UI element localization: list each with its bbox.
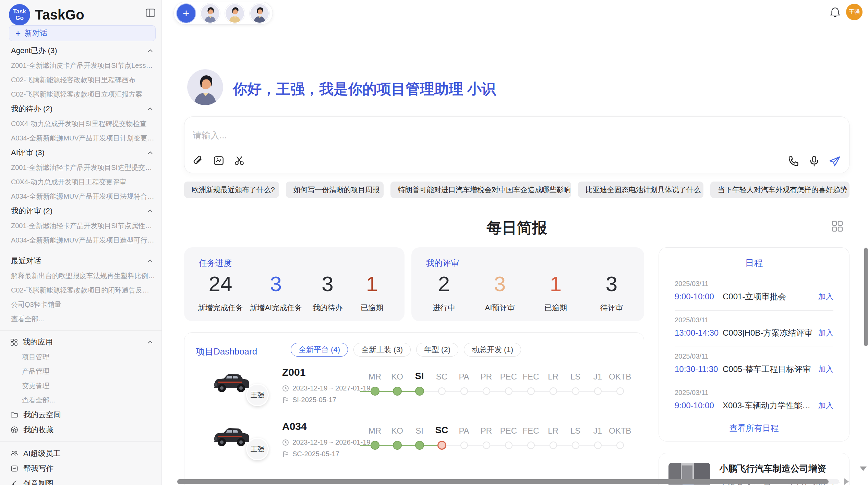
sidebar-section-header-my_todo[interactable]: 我的待办 (2) bbox=[0, 101, 162, 116]
milestone-dot-PA[interactable] bbox=[460, 442, 468, 449]
view-all-schedule-link[interactable]: 查看所有日程 bbox=[659, 423, 849, 434]
task-progress-title: 任务进度 bbox=[199, 258, 232, 269]
phone-icon[interactable] bbox=[787, 154, 800, 168]
scissors-icon[interactable] bbox=[232, 154, 246, 167]
schedule-date: 2025/03/11 bbox=[675, 389, 833, 397]
milestone-dot-OKTB[interactable] bbox=[616, 442, 624, 449]
sidebar-item[interactable]: 公司Q3轻卡销量 bbox=[0, 297, 162, 312]
milestone-dot-FEC[interactable] bbox=[527, 442, 535, 449]
sidebar-item[interactable]: 查看全部... bbox=[0, 312, 162, 326]
sidebar-item[interactable]: Z001-全新燃油皮卡产品开发项目SI节点Lesson Learn报告 bbox=[0, 58, 162, 73]
sidebar-app-item[interactable]: 变更管理 bbox=[0, 378, 162, 393]
sidebar-item[interactable]: Z001-全新燃油轻卡产品开发项目SI造型提交物评审 bbox=[0, 160, 162, 175]
notification-bell-icon[interactable] bbox=[829, 5, 841, 18]
milestone-label-MR: MR bbox=[364, 426, 386, 436]
horizontal-scrollbar-thumb[interactable] bbox=[177, 479, 829, 484]
sidebar-item[interactable]: C0X4-动力总成开发项目SI里程碑提交物检查 bbox=[0, 116, 162, 131]
scroll-right-arrow-icon[interactable] bbox=[844, 478, 849, 485]
milestone-dot-PA[interactable] bbox=[460, 387, 468, 395]
sidebar-item[interactable]: A034-全新新能源MUV产品开发项目计划变更表编写 bbox=[0, 131, 162, 145]
layout-grid-icon[interactable] bbox=[831, 220, 843, 232]
suggestion-chip[interactable]: 特朗普可能对进口汽车增税会对中国车企造成哪些影响 bbox=[390, 182, 571, 198]
milestone-dot-LS[interactable] bbox=[572, 442, 579, 449]
milestone-track: MRKOSISCPAPRPECFECLRLSJ1OKTB bbox=[364, 420, 631, 464]
milestone-dot-LS[interactable] bbox=[572, 387, 579, 395]
milestone-dot-MR[interactable] bbox=[371, 387, 379, 396]
tab-powertrain[interactable]: 动总开发 (1) bbox=[464, 343, 521, 357]
sidebar-item[interactable]: A034-全新新能源MUV产品开发项目造型可行性评审 bbox=[0, 233, 162, 247]
suggestion-chip[interactable]: 当下年轻人对汽车外观有怎样的喜好趋势 bbox=[710, 182, 849, 198]
milestone-dot-J1[interactable] bbox=[594, 387, 602, 395]
milestone-dot-KO[interactable] bbox=[393, 441, 402, 450]
sidebar-item-my-apps[interactable]: 我的应用 bbox=[0, 335, 162, 350]
scroll-down-arrow-icon[interactable] bbox=[860, 467, 867, 471]
sidebar-item-creative-drawing[interactable]: 创意制图 bbox=[0, 476, 162, 485]
chat-input[interactable] bbox=[192, 130, 776, 141]
milestone-dot-MR[interactable] bbox=[371, 441, 379, 450]
join-meeting-link[interactable]: 加入 bbox=[818, 400, 833, 411]
suggestion-chip[interactable]: 比亚迪全固态电池计划具体说了什么 bbox=[578, 182, 703, 198]
sidebar-scroll-area: Agent已办 (3)Z001-全新燃油皮卡产品开发项目SI节点Lesson L… bbox=[0, 43, 162, 485]
sidebar-app-item[interactable]: 项目管理 bbox=[0, 350, 162, 364]
milestone-dot-SC[interactable] bbox=[438, 387, 446, 395]
join-meeting-link[interactable]: 加入 bbox=[818, 364, 833, 374]
add-agent-button[interactable]: + bbox=[176, 3, 196, 23]
microphone-icon[interactable] bbox=[807, 154, 821, 168]
send-icon[interactable] bbox=[828, 154, 842, 168]
vertical-scrollbar-thumb[interactable] bbox=[864, 248, 868, 346]
milestone-label-OKTB: OKTB bbox=[609, 372, 631, 382]
sidebar-item[interactable]: C02-飞腾新能源轻客改款项目立项汇报方案 bbox=[0, 87, 162, 101]
suggestion-chip[interactable]: 欧洲新规最近颁布了什么? bbox=[184, 182, 279, 198]
tab-new-platform[interactable]: 全新平台 (4) bbox=[291, 343, 348, 357]
sidebar-item-cloud-space[interactable]: 我的云空间 bbox=[0, 407, 162, 422]
join-meeting-link[interactable]: 加入 bbox=[818, 291, 833, 302]
sidebar-section-header-recent[interactable]: 最近对话 bbox=[0, 253, 162, 269]
agent-avatar-icon[interactable] bbox=[200, 3, 220, 23]
milestone-dot-PEC[interactable] bbox=[505, 442, 513, 449]
join-meeting-link[interactable]: 加入 bbox=[818, 328, 833, 338]
milestone-dot-PEC[interactable] bbox=[505, 387, 513, 395]
sidebar-app-item[interactable]: 查看全部... bbox=[0, 393, 162, 407]
milestone-dot-PR[interactable] bbox=[483, 442, 490, 449]
sidebar-item[interactable]: A034-全新新能源MUV产品开发项目法规符合性评审 bbox=[0, 189, 162, 203]
milestone-dot-FEC[interactable] bbox=[527, 387, 535, 395]
sidebar-item[interactable]: C0X4-动力总成开发项目工程变更评审 bbox=[0, 175, 162, 189]
horizontal-scrollbar-track[interactable] bbox=[177, 479, 839, 484]
agent-avatar-icon[interactable] bbox=[250, 3, 269, 23]
milestone-dot-SI[interactable] bbox=[415, 387, 424, 396]
sidebar-item[interactable]: C02-飞腾新能源轻客改款项目里程碑画布 bbox=[0, 73, 162, 87]
sidebar-item[interactable]: C02-飞腾新能源轻客改款项目的闭环通告反馈情况 bbox=[0, 283, 162, 297]
new-chat-button[interactable]: + 新对话 bbox=[9, 25, 156, 41]
chevron-up-icon bbox=[147, 259, 153, 263]
suggestion-chip[interactable]: 如何写一份清晰的项目周报 bbox=[286, 182, 384, 198]
stat-label: 待评审 bbox=[593, 303, 630, 313]
collapse-sidebar-icon[interactable] bbox=[144, 8, 157, 18]
sidebar-app-item[interactable]: 产品管理 bbox=[0, 364, 162, 378]
sidebar-section-header-my_review[interactable]: 我的评审 (2) bbox=[0, 203, 162, 219]
image-icon[interactable] bbox=[212, 154, 226, 167]
sidebar-item-ai-super-staff[interactable]: AI超级员工 bbox=[0, 446, 162, 461]
agent-avatar-icon[interactable] bbox=[225, 3, 245, 23]
sidebar-item[interactable]: Z001-全新燃油轻卡产品开发项目SI节点属性5D文件评审 bbox=[0, 219, 162, 233]
tab-model-year[interactable]: 年型 (2) bbox=[416, 343, 458, 357]
sidebar-item[interactable]: 解释最新出台的欧盟报废车法规再生塑料比例被调至15%... bbox=[0, 269, 162, 283]
milestone-dot-J1[interactable] bbox=[594, 442, 602, 449]
tab-new-body[interactable]: 全新上装 (3) bbox=[353, 343, 411, 357]
milestone-dot-PR[interactable] bbox=[483, 387, 490, 395]
sidebar-item-favorites[interactable]: 我的收藏 bbox=[0, 422, 162, 437]
milestone-dot-SC[interactable] bbox=[437, 441, 446, 450]
task-progress-stats: 24新增完成任务3新增AI完成任务3我的待办1已逾期 bbox=[198, 273, 391, 313]
review-stat: 1已逾期 bbox=[537, 273, 575, 313]
sidebar-section-header-agent_done[interactable]: Agent已办 (3) bbox=[0, 43, 162, 58]
milestone-dot-SI[interactable] bbox=[415, 441, 424, 450]
user-avatar[interactable]: 王强 bbox=[846, 4, 863, 20]
my-review-title: 我的评审 bbox=[426, 258, 459, 269]
milestone-dot-KO[interactable] bbox=[393, 387, 402, 396]
sidebar-section-header-ai_review[interactable]: AI评审 (3) bbox=[0, 145, 162, 160]
milestone-dot-LR[interactable] bbox=[550, 387, 557, 395]
paperclip-icon[interactable] bbox=[191, 154, 205, 167]
sidebar-item-help-me-write[interactable]: 帮我写作 bbox=[0, 461, 162, 476]
milestone-dot-OKTB[interactable] bbox=[616, 387, 624, 395]
apps-sublist: 项目管理产品管理变更管理查看全部... bbox=[0, 350, 162, 407]
milestone-dot-LR[interactable] bbox=[550, 442, 557, 449]
